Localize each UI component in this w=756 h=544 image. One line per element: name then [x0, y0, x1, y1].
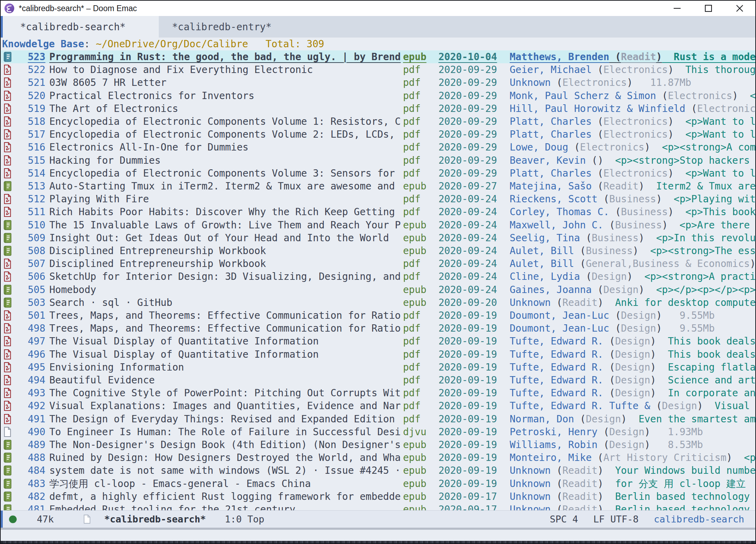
book-date: 2020-09-24 — [438, 219, 497, 232]
book-row[interactable]: 490To Engineer Is Human: The Role of Fai… — [1, 425, 755, 438]
book-format: epub — [403, 180, 426, 193]
book-row[interactable]: 506SketchUp for Interior Design: 3D Visu… — [1, 270, 755, 283]
tab-label: *calibredb-entry* — [172, 21, 272, 33]
close-button[interactable] — [724, 1, 755, 16]
paren: ) — [598, 465, 603, 476]
book-row[interactable]: 491The Design of Everyday Things: Revise… — [1, 413, 755, 425]
book-author: Hill, Paul Horowitz & Winfield — [510, 103, 685, 114]
book-row[interactable]: 494Beautiful Evidencepdf2020-09-19Tufte,… — [1, 374, 755, 387]
book-row[interactable]: 482defmt, a highly efficient Rust loggin… — [1, 490, 755, 503]
book-row[interactable]: 52103W 8605 7 HR Letterpdf2020-09-29Unkn… — [1, 76, 755, 89]
paren: ( — [603, 362, 615, 373]
book-row[interactable]: 496The Visual Display of Quantitative In… — [1, 348, 755, 361]
book-row[interactable]: 511Rich Habits Poor Habits: Discover Why… — [1, 205, 755, 218]
book-meta: Platt, Charles (Electronics) <p>Want to … — [510, 115, 755, 128]
book-title: 学习使用 cl-loop - Emacs-general - Emacs Chi… — [49, 477, 403, 490]
book-author: Lowe, Doug — [510, 141, 568, 153]
book-category: Design — [621, 310, 656, 321]
book-row[interactable]: 517Encyclopedia of Electronic Components… — [1, 128, 755, 141]
book-row[interactable]: 503Search · sql · GitHubepub2020-09-20Un… — [1, 296, 755, 309]
book-row[interactable]: 523Programming in Rust: the good, the ba… — [1, 50, 755, 63]
book-row[interactable]: 508Disciplined Entrepreneurship Workbook… — [1, 244, 755, 257]
pdf-icon — [3, 375, 12, 385]
book-meta: Maxwell, John C. (Business) <p>Are there — [510, 219, 755, 232]
paren: ) — [656, 310, 662, 321]
book-meta: Matejina, Sašo (Readit) Iterm2 & Tmux ar… — [510, 180, 755, 193]
book-meta: Seelig, Tina (Business) <p>In this revol… — [510, 232, 755, 244]
book-row[interactable]: 519The Art of Electronicspdf2020-09-29Hi… — [1, 102, 755, 115]
buffer-size: 47k — [37, 511, 54, 528]
paren: ( — [592, 64, 603, 75]
book-id: 498 — [28, 322, 46, 335]
book-meta: Matthews, Brenden (Readit) Rust is a mod… — [510, 50, 755, 63]
book-description: Berlin based technology — [603, 504, 750, 510]
book-row[interactable]: 507Disciplined Entrepreneurship Workbook… — [1, 257, 755, 270]
book-green-icon — [3, 284, 12, 295]
book-row[interactable]: 483学习使用 cl-loop - Emacs-general - Emacs … — [1, 477, 755, 490]
book-meta: Tufte, Edward R. (Design) This book deal… — [510, 348, 755, 361]
maximize-button[interactable] — [693, 1, 724, 16]
book-row[interactable]: 484system date is not same with windows … — [1, 464, 755, 477]
book-format: pdf — [403, 335, 421, 348]
title-bar: *calibredb-search* – Doom Emac — [1, 1, 755, 16]
book-meta: Tufte, Edward R. (Design) In corporate a… — [510, 387, 755, 399]
book-id: 496 — [28, 348, 46, 361]
book-row[interactable]: 505Homebodyepub2020-09-24Gaines, Joanna … — [1, 283, 755, 296]
book-description: Escaping flatla — [656, 362, 755, 373]
book-title: Trees, Maps, and Theorems: Effective Com… — [49, 322, 403, 335]
book-row[interactable]: 488Ruined by Design: How Designers Destr… — [1, 451, 755, 464]
book-title: Embedded Rust tooling for the 21st centu… — [49, 503, 403, 510]
book-format: epub — [403, 477, 426, 490]
book-row[interactable]: 513Auto-Starting Tmux in iTerm2. Iterm2 … — [1, 180, 755, 193]
book-green-icon — [3, 478, 12, 489]
book-green-icon — [3, 465, 12, 476]
paren: ) — [668, 206, 674, 218]
book-row[interactable]: 495Envisioning Informationpdf2020-09-19T… — [1, 361, 755, 374]
book-description: Berlin based technology — [603, 491, 750, 502]
knowledge-base-label: Knowdelge Base — [2, 38, 84, 50]
book-description: Science and art — [656, 374, 755, 386]
book-format: pdf — [403, 205, 421, 218]
book-format: pdf — [403, 128, 421, 141]
book-date: 2020-09-29 — [438, 102, 497, 115]
total-count: Total: 309 — [266, 38, 324, 50]
book-row[interactable]: 498Trees, Maps, and Theorems: Effective … — [1, 322, 755, 335]
book-description: This thoroug — [674, 64, 755, 75]
book-row[interactable]: 522How to Diagnose and Fix Everything El… — [1, 63, 755, 76]
book-row[interactable]: 516Electronics All-In-One for Dummiespdf… — [1, 141, 755, 154]
book-row[interactable]: 510The 15 Invaluable Laws of Growth: Liv… — [1, 219, 755, 232]
book-row[interactable]: 520Practical Electronics for Inventorspd… — [1, 89, 755, 102]
tab-calibredb-entry[interactable]: *calibredb-entry* — [172, 16, 272, 38]
book-row[interactable]: 489The Non-Designer's Design Book (4th E… — [1, 438, 755, 451]
mode-line: 47k *calibredb-search* 1:0 Top SPC 4 LF … — [1, 510, 755, 528]
book-title: Encyclopedia of Electronic Components Vo… — [49, 128, 403, 141]
book-row[interactable]: 512Playing With Firepdf2020-09-24Riecken… — [1, 193, 755, 205]
book-description: <p></p><p></p><p> — [644, 284, 755, 295]
book-format: pdf — [403, 141, 421, 154]
book-description: Your Windows build number — [603, 465, 755, 476]
book-date: 2020-09-19 — [438, 425, 497, 438]
book-date: 2020-09-24 — [438, 244, 497, 257]
book-row[interactable]: 514Encyclopedia of Electronic Components… — [1, 167, 755, 180]
paren: ) — [598, 504, 603, 510]
book-author: Beaver, Kevin — [510, 155, 586, 166]
book-title: The Design of Everyday Things: Revised a… — [49, 413, 403, 425]
book-row[interactable]: 497The Visual Display of Quantitative In… — [1, 335, 755, 348]
book-author: Platt, Charles — [510, 129, 592, 140]
book-row[interactable]: 492Visual Explanations: Images and Quant… — [1, 399, 755, 412]
minimize-button[interactable] — [662, 1, 693, 16]
book-row[interactable]: 515Hacking for Dummiespdf2020-09-29Beave… — [1, 154, 755, 167]
book-id: 515 — [28, 154, 46, 167]
pdf-icon — [3, 336, 12, 347]
book-row[interactable]: 509Insight Out: Get Ideas Out of Your He… — [1, 232, 755, 244]
book-row[interactable]: 481Embedded Rust tooling for the 21st ce… — [1, 503, 755, 510]
paren: ( — [603, 349, 615, 360]
tab-calibredb-search[interactable]: *calibredb-search* — [3, 16, 159, 38]
book-row[interactable]: 501Trees, Maps, and Theorems: Effective … — [1, 309, 755, 322]
book-author: Monteiro, Mike — [510, 452, 592, 463]
book-format: epub — [403, 244, 426, 257]
paren: ) — [598, 478, 603, 489]
book-row[interactable]: 493The Cognitive Style of PowerPoint: Pi… — [1, 387, 755, 399]
book-category: Design — [603, 284, 639, 295]
book-row[interactable]: 518Encyclopedia of Electronic Components… — [1, 115, 755, 128]
